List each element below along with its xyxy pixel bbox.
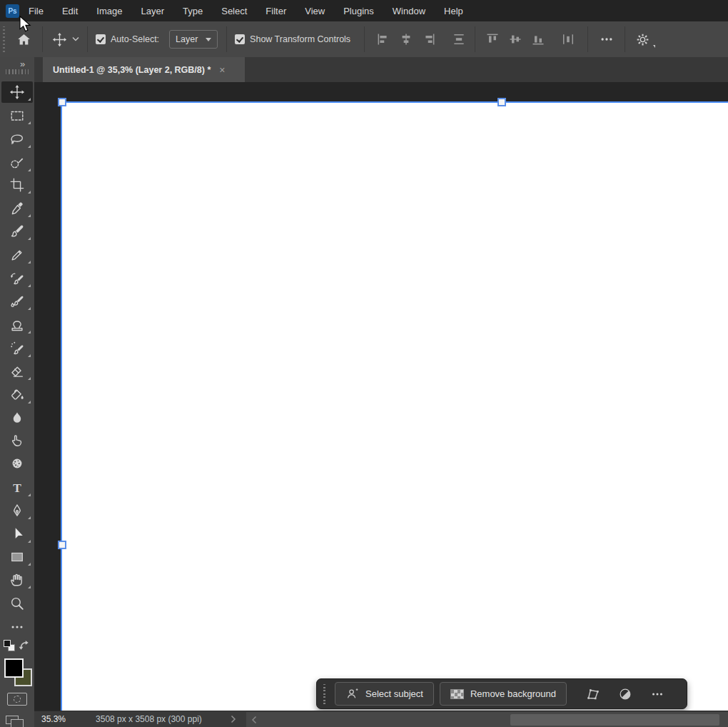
status-bar: 35.3% 3508 px x 3508 px (300 ppi) [34, 711, 728, 727]
paint-bucket-tool[interactable] [1, 384, 33, 406]
edit-toolbar-button[interactable] [1, 616, 33, 638]
pencil-tool[interactable] [1, 244, 33, 266]
align-horizontal-centers-icon[interactable] [399, 32, 413, 46]
pen-tool[interactable] [1, 500, 33, 521]
options-bar: Auto-Select: Layer Show Transform Contro… [0, 21, 728, 57]
more-options-icon[interactable] [598, 32, 615, 46]
dropdown-value: Layer [176, 34, 198, 44]
menu-layer[interactable]: Layer [132, 0, 174, 21]
transform-handle-top-left[interactable] [58, 98, 66, 106]
gear-icon[interactable] [635, 32, 650, 47]
screen-mode-button[interactable] [6, 716, 29, 727]
scroll-left-icon[interactable] [251, 716, 257, 724]
menu-type[interactable]: Type [173, 0, 212, 21]
quick-mask-mode-button[interactable] [7, 693, 27, 706]
move-tool-icon[interactable] [52, 32, 67, 47]
separator [87, 26, 88, 52]
lasso-tool[interactable] [1, 129, 33, 150]
tools-panel-grip[interactable] [6, 69, 29, 74]
document-tab[interactable]: Untitled-1 @ 35,3% (Layer 2, RGB/8) * × [43, 57, 245, 82]
separator [587, 26, 588, 52]
transparency-checker-icon [450, 689, 464, 699]
history-brush-tool[interactable] [1, 268, 33, 289]
menu-help[interactable]: Help [435, 0, 472, 21]
zoom-tool[interactable] [1, 593, 33, 614]
art-history-brush-tool[interactable] [1, 338, 33, 359]
flyout-indicator [28, 586, 31, 588]
separator [226, 26, 227, 52]
default-foreground-swatch [4, 640, 11, 647]
photoshop-logo: Ps [6, 4, 19, 18]
object-selection-tool[interactable] [1, 152, 33, 174]
document-canvas[interactable] [62, 102, 728, 711]
menu-image[interactable]: Image [87, 0, 131, 21]
document-tab-bar: Untitled-1 @ 35,3% (Layer 2, RGB/8) * × [34, 57, 728, 82]
align-left-edges-icon[interactable] [376, 32, 390, 46]
collapse-panel-button[interactable]: » [20, 59, 25, 69]
swap-colors-icon[interactable] [18, 639, 30, 651]
home-icon[interactable] [16, 32, 31, 47]
move-tool[interactable] [1, 81, 33, 103]
flyout-indicator [28, 493, 31, 496]
rectangle-tool[interactable] [1, 546, 33, 568]
blur-tool[interactable] [1, 407, 33, 428]
brush-tool[interactable] [1, 221, 33, 242]
options-bar-grip[interactable] [3, 26, 5, 52]
hand-tool[interactable] [1, 569, 33, 591]
transform-bounds-top [61, 101, 728, 103]
transform-handle-top-center[interactable] [497, 98, 506, 106]
auto-select-checkbox[interactable] [96, 34, 106, 44]
distribute-vertical-centers-icon[interactable] [452, 32, 466, 46]
clone-stamp-tool[interactable] [1, 314, 33, 336]
mixer-brush-tool[interactable] [1, 291, 33, 312]
status-expand-chevron-icon[interactable] [231, 715, 236, 723]
menu-edit[interactable]: Edit [53, 0, 87, 21]
rectangular-marquee-tool[interactable] [1, 105, 33, 126]
foreground-color-swatch[interactable] [4, 658, 24, 678]
horizontal-scrollbar[interactable] [246, 712, 728, 727]
path-selection-tool[interactable] [1, 523, 33, 545]
distribute-horizontal-centers-icon[interactable] [561, 32, 575, 46]
flyout-indicator [28, 284, 31, 287]
flyout-indicator [28, 145, 31, 148]
chevron-down-icon[interactable] [72, 36, 79, 42]
transform-handle-middle-left[interactable] [58, 541, 66, 549]
remove-background-button[interactable]: Remove background [440, 682, 567, 706]
adjustment-icon[interactable] [618, 687, 632, 701]
document-tab-title: Untitled-1 @ 35,3% (Layer 2, RGB/8) * [53, 65, 211, 75]
crop-tool[interactable] [1, 174, 33, 196]
document-size-readout[interactable]: 3508 px x 3508 px (300 ppi) [96, 714, 202, 724]
more-icon[interactable] [649, 687, 665, 701]
menu-file[interactable]: File [19, 0, 53, 21]
task-bar-grip[interactable] [323, 684, 325, 704]
close-tab-icon[interactable]: × [219, 64, 225, 76]
smudge-tool[interactable] [1, 430, 33, 451]
type-tool[interactable]: T [1, 477, 33, 498]
align-bottom-edges-icon[interactable] [531, 32, 545, 46]
flyout-indicator [28, 377, 31, 380]
menu-filter[interactable]: Filter [256, 0, 295, 21]
horizontal-scrollbar-thumb[interactable] [510, 714, 719, 726]
zoom-level-field[interactable]: 35.3% [41, 714, 66, 724]
align-right-edges-icon[interactable] [422, 32, 436, 46]
flyout-indicator [28, 237, 31, 240]
separator [42, 26, 43, 52]
align-vertical-centers-icon[interactable] [508, 32, 522, 46]
screen-mode-icon [11, 719, 24, 727]
menu-window[interactable]: Window [383, 0, 435, 21]
auto-select-target-dropdown[interactable]: Layer [169, 30, 218, 49]
sponge-tool[interactable] [1, 453, 33, 474]
eyedropper-tool[interactable] [1, 198, 33, 219]
menu-plugins[interactable]: Plugins [334, 0, 383, 21]
flyout-indicator [28, 331, 31, 334]
menu-select[interactable]: Select [212, 0, 256, 21]
show-transform-checkbox[interactable] [235, 34, 245, 44]
transform-icon[interactable] [585, 686, 601, 702]
menu-view[interactable]: View [295, 0, 334, 21]
canvas-pasteboard: Select subject Remove background [34, 82, 728, 711]
align-top-edges-icon[interactable] [485, 32, 500, 46]
color-controls [3, 639, 31, 655]
flyout-indicator [28, 191, 31, 194]
eraser-tool[interactable] [1, 361, 33, 382]
select-subject-button[interactable]: Select subject [335, 682, 434, 706]
